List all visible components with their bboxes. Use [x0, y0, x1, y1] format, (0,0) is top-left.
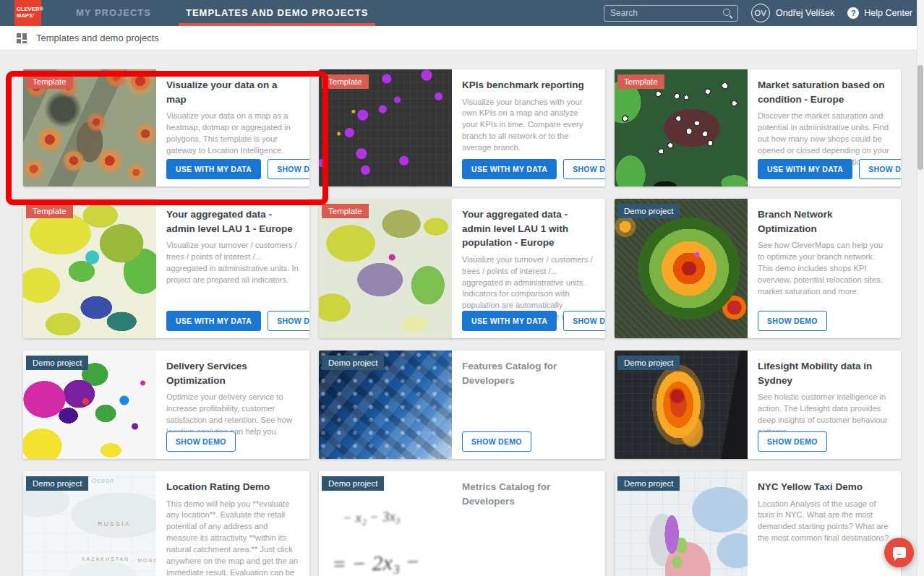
card-nyc-yellow-taxi-demo[interactable]: Demo project NYC Yellow Taxi Demo Locati… — [615, 471, 901, 576]
card-body: Market saturation based on condition - E… — [748, 69, 901, 186]
card-row-1: Template Visualize your data on a map Vi… — [23, 69, 901, 186]
search-box[interactable] — [604, 5, 738, 22]
card-kpis-benchmark-reporting[interactable]: Template KPIs benchmark reporting Visual… — [319, 69, 605, 186]
map-label-kazakhstan: KAZAKHSTAN — [82, 556, 129, 562]
card-description: This demo will help you **evaluate any l… — [166, 499, 299, 576]
card-lifesight-mobility-sydney[interactable]: Demo project Lifesight Mobility data in … — [615, 351, 901, 459]
scrollbar-track[interactable] — [917, 0, 924, 576]
card-row-3: Demo project Delivery Services Optimizat… — [23, 351, 901, 459]
search-input[interactable] — [610, 8, 722, 18]
chat-widget-button[interactable] — [884, 538, 914, 567]
main-tabs: MY PROJECTS TEMPLATES AND DEMO PROJECTS — [69, 0, 375, 26]
thumbnail-choropleth-map-2: Template — [319, 199, 452, 338]
show-demo-button[interactable]: SHOW DEMO — [563, 311, 605, 331]
user-name: Ondřej Velíšek — [776, 8, 834, 18]
grid-icon — [17, 33, 27, 43]
use-with-my-data-button[interactable]: USE WITH MY DATA — [462, 159, 557, 179]
template-badge: Template — [26, 204, 73, 218]
clevermaps-logo[interactable]: CLEVER® MAPS' — [14, 0, 41, 26]
demo-project-badge: Demo project — [26, 476, 88, 491]
card-body: Branch Network Optimization See how Clev… — [748, 199, 901, 338]
card-description: See how CleverMaps can help you to optim… — [758, 240, 891, 298]
demo-project-badge: Demo project — [322, 476, 384, 491]
card-branch-network-optimization[interactable]: Demo project Branch Network Optimization… — [615, 199, 901, 338]
card-title: NYC Yellow Taxi Demo — [758, 480, 891, 494]
card-title: KPIs benchmark reporting — [462, 78, 595, 93]
help-center-label: Help Center — [864, 8, 912, 18]
thumbnail-lego-bricks: Demo project — [319, 351, 452, 459]
card-aggregated-data-lau1-population[interactable]: Template Your aggregated data - admin le… — [319, 199, 605, 338]
card-body: Your aggregated data - admin level LAU 1… — [452, 199, 605, 338]
avatar[interactable]: OV — [751, 4, 770, 22]
card-description: Visualize your data on a map as a heatma… — [166, 111, 299, 157]
card-title: Branch Network Optimization — [758, 207, 891, 236]
card-metrics-catalog-developers[interactable]: Demo project − x₂ − 3x₃ = − 2x₃ − Metric… — [319, 471, 605, 576]
thumbnail-dark-dot-map: Template — [319, 69, 452, 186]
card-visualize-data-on-map[interactable]: Template Visualize your data on a map Vi… — [23, 69, 309, 186]
thumbnail-satellite-rings-map: Demo project — [615, 199, 748, 338]
card-title: Lifesight Mobility data in Sydney — [758, 359, 891, 387]
math-equation-line: − x₂ − 3x₃ — [343, 509, 401, 527]
top-navbar: CLEVER® MAPS' MY PROJECTS TEMPLATES AND … — [0, 0, 924, 26]
show-demo-button[interactable]: SHOW DEMO — [758, 311, 827, 331]
help-center-link[interactable]: ? Help Center — [847, 7, 912, 19]
tab-templates-and-demo-projects[interactable]: TEMPLATES AND DEMO PROJECTS — [179, 0, 375, 26]
use-with-my-data-button[interactable]: USE WITH MY DATA — [166, 159, 261, 179]
use-with-my-data-button[interactable]: USE WITH MY DATA — [462, 311, 557, 331]
show-demo-button[interactable]: SHOW DEMO — [268, 159, 309, 179]
card-body: Location Rating Demo This demo will help… — [156, 471, 309, 576]
card-title: Metrics Catalog for Developers — [462, 480, 595, 508]
show-demo-button[interactable]: SHOW DEMO — [563, 159, 605, 179]
template-badge: Template — [26, 74, 73, 89]
card-actions: USE WITH MY DATA SHOW DEMO — [462, 311, 605, 331]
card-description: Location Analysis of the usage of taxis … — [758, 499, 891, 545]
card-description: Visualize your turnover / customers / tr… — [166, 240, 299, 286]
use-with-my-data-button[interactable]: USE WITH MY DATA — [758, 159, 852, 179]
show-demo-button[interactable]: SHOW DEMO — [758, 431, 827, 452]
scrollbar-thumb[interactable] — [917, 65, 923, 170]
demo-project-badge: Demo project — [617, 204, 680, 218]
use-with-my-data-button[interactable]: USE WITH MY DATA — [166, 311, 261, 331]
card-title: Market saturation based on condition - E… — [758, 78, 891, 106]
help-icon: ? — [847, 7, 859, 19]
card-body: Lifesight Mobility data in Sydney See ho… — [748, 351, 901, 459]
navbar-right: OV Ondřej Velíšek ? Help Center — [604, 4, 912, 22]
thumbnail-delivery-zones-map: Demo project — [23, 351, 156, 459]
card-title: Location Rating Demo — [166, 480, 299, 494]
card-actions: SHOW DEMO — [166, 431, 236, 452]
card-row-2: Template Your aggregated data - admin le… — [23, 199, 901, 338]
demo-project-badge: Demo project — [26, 356, 88, 370]
card-actions: USE WITH MY DATA SHOW DEMO — [758, 159, 901, 179]
card-location-rating-demo[interactable]: Demo project Arctic Ocean RUSSIA KAZAKHS… — [23, 471, 309, 576]
card-market-saturation-europe[interactable]: Template Market saturation based on cond… — [615, 69, 901, 186]
card-actions: USE WITH MY DATA SHOW DEMO — [166, 311, 309, 331]
search-icon[interactable] — [722, 8, 733, 19]
show-demo-button[interactable]: SHOW DEMO — [268, 311, 309, 331]
card-actions: SHOW DEMO — [758, 311, 827, 331]
template-badge: Template — [617, 74, 664, 89]
card-body: NYC Yellow Taxi Demo Location Analysis o… — [748, 471, 901, 576]
card-actions: USE WITH MY DATA SHOW DEMO — [462, 159, 605, 179]
thumbnail-math-equations: Demo project − x₂ − 3x₃ = − 2x₃ − — [319, 471, 452, 576]
card-body: Metrics Catalog for Developers — [452, 471, 605, 576]
card-body: Visualize your data on a map Visualize y… — [156, 69, 309, 186]
card-aggregated-data-lau1[interactable]: Template Your aggregated data - admin le… — [23, 199, 309, 338]
card-delivery-services-optimization[interactable]: Demo project Delivery Services Optimizat… — [23, 351, 309, 459]
template-badge: Template — [322, 74, 369, 89]
card-body: Delivery Services Optimization Optimize … — [156, 351, 309, 459]
logo-line2: MAPS' — [17, 13, 41, 20]
card-row-4: Demo project Arctic Ocean RUSSIA KAZAKHS… — [23, 471, 901, 576]
card-title: Features Catalog for Developers — [462, 359, 595, 387]
math-equation-line: = − 2x₃ − — [332, 549, 421, 576]
show-demo-button[interactable]: SHOW DEMO — [859, 159, 901, 179]
card-title: Your aggregated data - admin level LAU 1… — [462, 207, 595, 250]
user-menu[interactable]: OV Ondřej Velíšek — [751, 4, 834, 22]
tab-my-projects[interactable]: MY PROJECTS — [69, 0, 158, 26]
thumbnail-choropleth-map: Template — [23, 199, 156, 338]
show-demo-button[interactable]: SHOW DEMO — [166, 431, 236, 452]
card-description: Visualize your branches with your own KP… — [462, 97, 595, 155]
card-body: KPIs benchmark reporting Visualize your … — [452, 69, 605, 186]
card-features-catalog-developers[interactable]: Demo project Features Catalog for Develo… — [319, 351, 605, 459]
thumbnail-world-map: Demo project Arctic Ocean RUSSIA KAZAKHS… — [23, 471, 156, 576]
show-demo-button[interactable]: SHOW DEMO — [462, 431, 531, 452]
